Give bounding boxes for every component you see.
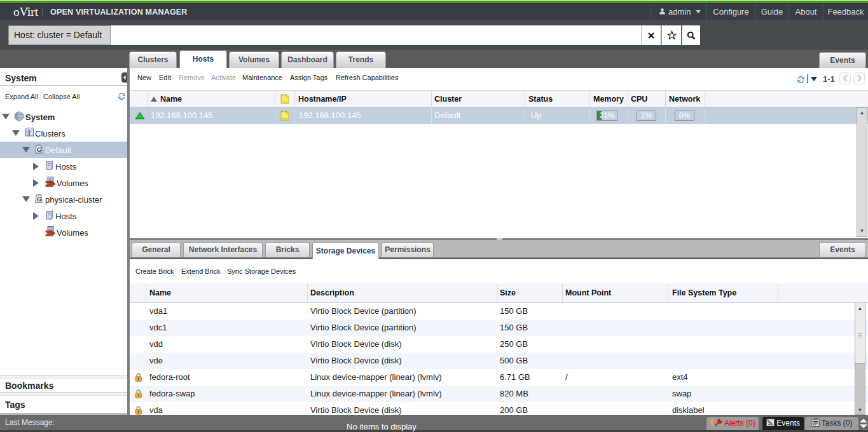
svg-text:G: G: [37, 146, 41, 153]
svg-text:G: G: [37, 196, 41, 203]
